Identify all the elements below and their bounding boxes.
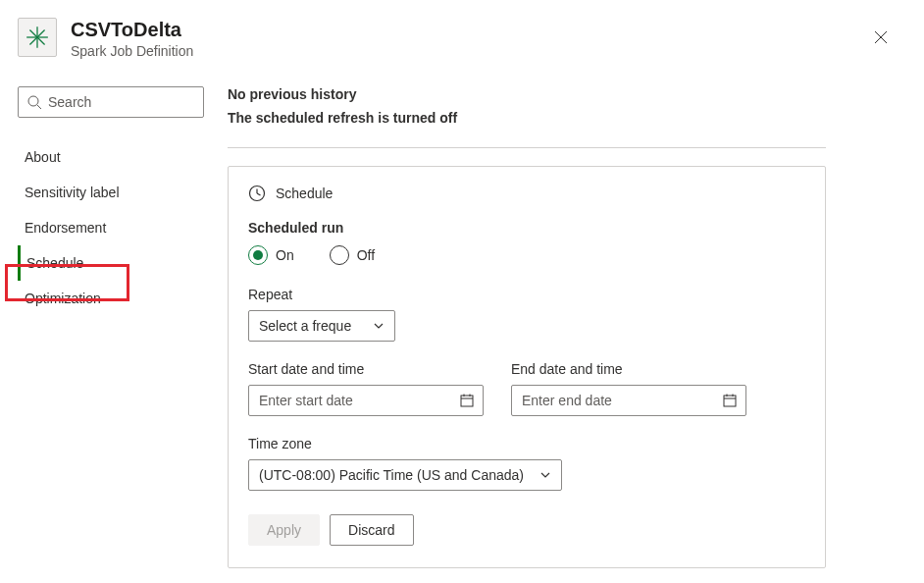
app-icon [18,18,57,57]
radio-off-circle [330,245,349,265]
repeat-select[interactable]: Select a freque [248,310,395,342]
timezone-value: (UTC-08:00) Pacific Time (US and Canada) [259,467,524,483]
start-date-label: Start date and time [248,361,484,377]
svg-line-7 [37,105,41,109]
repeat-label: Repeat [248,287,805,302]
svg-rect-15 [724,396,736,406]
page-subtitle: Spark Job Definition [71,43,865,59]
scheduled-run-label: Scheduled run [248,220,805,236]
discard-button[interactable]: Discard [330,514,413,546]
card-header-label: Schedule [276,186,333,201]
sidebar-item-endorsement[interactable]: Endorsement [18,210,204,245]
calendar-icon [459,393,475,408]
timezone-select[interactable]: (UTC-08:00) Pacific Time (US and Canada) [248,459,562,491]
discard-button-label: Discard [348,522,394,538]
end-date-placeholder: Enter end date [522,393,612,408]
sidebar-item-label: Endorsement [25,220,106,236]
divider [228,147,826,148]
sidebar-item-schedule[interactable]: Schedule [18,245,204,281]
timezone-label: Time zone [248,436,805,451]
radio-off-label: Off [357,247,375,263]
chevron-down-icon [539,469,551,481]
sidebar-item-label: Schedule [26,255,83,271]
sidebar-item-label: Optimization [25,291,101,306]
chevron-down-icon [373,320,385,332]
svg-rect-11 [461,396,473,406]
svg-line-10 [257,193,261,195]
repeat-value: Select a freque [259,318,351,334]
main-content: No previous history The scheduled refres… [228,86,826,568]
sidebar-item-label: About [25,149,61,165]
status-no-history: No previous history [228,86,826,102]
start-date-input[interactable]: Enter start date [248,385,484,416]
page-header: CSVToDelta Spark Job Definition [0,0,924,59]
status-refresh-off: The scheduled refresh is turned off [228,110,826,126]
radio-off[interactable]: Off [330,245,375,265]
sidebar-item-optimization[interactable]: Optimization [18,281,204,316]
apply-button-label: Apply [267,522,301,538]
search-input[interactable] [48,94,195,110]
sidebar: About Sensitivity label Endorsement Sche… [18,86,204,568]
sidebar-item-sensitivity-label[interactable]: Sensitivity label [18,175,204,210]
search-icon [26,94,42,110]
close-button[interactable] [865,22,897,53]
svg-point-6 [28,96,38,106]
close-icon [874,30,888,44]
scheduled-run-radio-group: On Off [248,245,805,265]
apply-button: Apply [248,514,320,546]
sidebar-item-about[interactable]: About [18,139,204,175]
radio-on-label: On [276,247,294,263]
search-input-container[interactable] [18,86,204,118]
start-date-placeholder: Enter start date [259,393,353,408]
calendar-icon [722,393,738,408]
end-date-label: End date and time [511,361,746,377]
end-date-input[interactable]: Enter end date [511,385,746,416]
sidebar-item-label: Sensitivity label [25,185,120,200]
schedule-card: Schedule Scheduled run On Off Repeat [228,166,826,568]
page-title: CSVToDelta [71,18,865,41]
card-header: Schedule [248,185,805,202]
clock-icon [248,185,266,202]
radio-on[interactable]: On [248,245,294,265]
radio-on-circle [248,245,268,265]
spark-icon [25,25,50,50]
